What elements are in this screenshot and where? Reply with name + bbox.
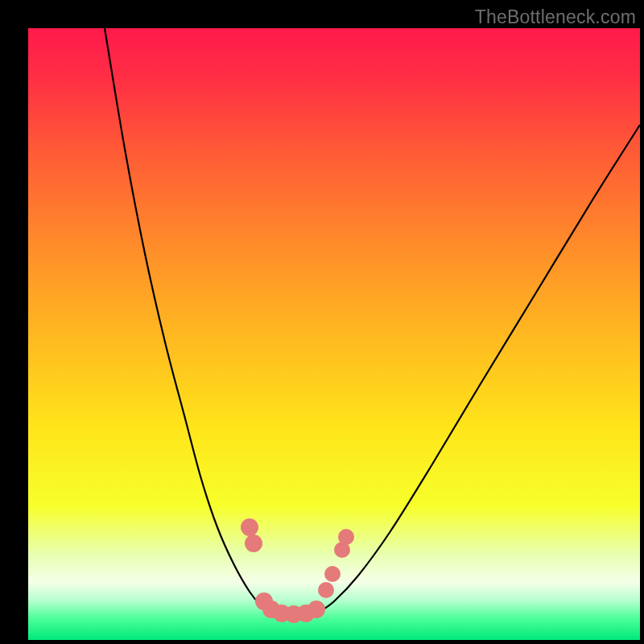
watermark-text: TheBottleneck.com	[475, 6, 636, 28]
plot-area	[28, 28, 640, 640]
marker-group	[241, 518, 354, 623]
outer-frame: TheBottleneck.com	[0, 0, 644, 644]
data-marker	[338, 529, 354, 545]
curve-right-branch	[318, 125, 640, 613]
data-marker	[308, 601, 325, 618]
chart-svg	[28, 28, 640, 640]
data-marker	[324, 566, 341, 582]
data-marker	[241, 518, 258, 536]
data-marker	[318, 582, 334, 598]
data-marker	[245, 535, 262, 552]
